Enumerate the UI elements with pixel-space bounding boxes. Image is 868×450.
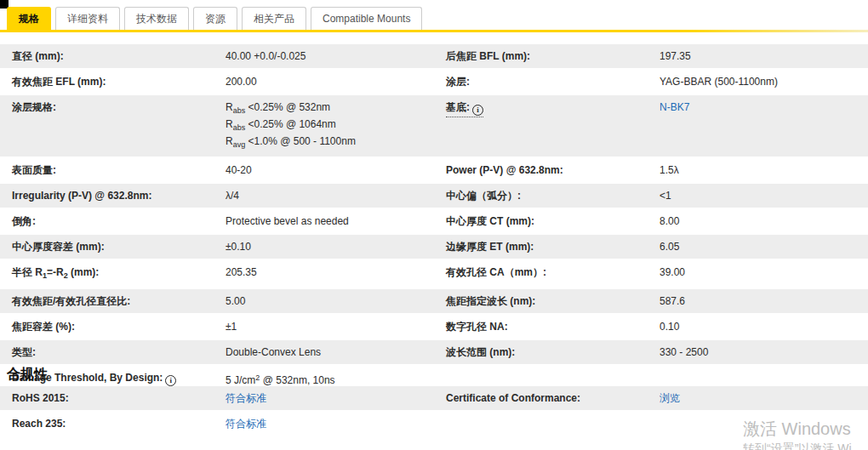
spec-label: 表面质量: <box>0 158 226 182</box>
compliance-label: RoHS 2015: <box>0 386 226 410</box>
compliance-value-empty <box>660 412 868 436</box>
spec-row: 涂层规格: Rabs <0.25% @ 532nm Rabs <0.25% @ … <box>0 95 868 157</box>
spec-label: 焦距容差 (%): <box>0 315 226 339</box>
spec-row: 倒角: Protective bevel as needed 中心厚度 CT (… <box>0 209 868 233</box>
spec-label: Irregularity (P-V) @ 632.8nm: <box>0 184 226 208</box>
spec-row: 有效焦距 EFL (mm): 200.00 涂层: YAG-BBAR (500-… <box>0 70 868 94</box>
compliance-row: Reach 235: 符合标准 <box>0 412 868 436</box>
tab-technical-data[interactable]: 技术数据 <box>124 7 189 30</box>
tab-specs[interactable]: 规格 <box>7 7 51 30</box>
coating-line: Ravg <1.0% @ 500 - 1100nm <box>226 134 429 151</box>
spec-label: 数字孔径 NA: <box>434 315 660 339</box>
spec-row: 半径 R1=-R2 (mm): 205.35 有效孔径 CA（mm）: 39.0… <box>0 260 868 288</box>
spec-value: ±0.10 <box>226 235 434 259</box>
spec-label: 边缘厚度 ET (mm): <box>434 235 660 259</box>
spec-value: 330 - 2500 <box>660 340 868 364</box>
spec-label: 有效焦距/有效孔径直径比: <box>0 289 226 313</box>
spec-label: 后焦距 BFL (mm): <box>434 44 660 68</box>
spec-label: 倒角: <box>0 209 226 233</box>
spec-label: 中心厚度 CT (mm): <box>434 209 660 233</box>
spec-label: 焦距指定波长 (nm): <box>434 289 660 313</box>
spec-label: 有效焦距 EFL (mm): <box>0 70 226 94</box>
coating-line: Rabs <0.25% @ 532nm <box>226 100 429 117</box>
spec-value: 1.5λ <box>660 158 868 182</box>
spec-table: 直径 (mm): 40.00 +0.0/-0.025 后焦距 BFL (mm):… <box>0 44 868 395</box>
compliance-value: 浏览 <box>660 386 868 410</box>
spec-row: 类型: Double-Convex Lens 波长范围 (nm): 330 - … <box>0 340 868 364</box>
spec-value: 205.35 <box>226 260 434 288</box>
coating-line: Rabs <0.25% @ 1064nm <box>226 117 429 134</box>
compliance-label: Reach 235: <box>0 412 226 436</box>
spec-value: Protective bevel as needed <box>226 209 434 233</box>
compliance-value: 符合标准 <box>226 412 434 436</box>
spec-value: 200.00 <box>226 70 434 94</box>
tab-resources[interactable]: 资源 <box>193 7 237 30</box>
spec-value: 8.00 <box>660 209 868 233</box>
info-icon[interactable]: i <box>472 105 483 116</box>
spec-label: 波长范围 (nm): <box>434 340 660 364</box>
tab-details[interactable]: 详细资料 <box>55 7 120 30</box>
compliance-label: Certificate of Conformance: <box>434 386 660 410</box>
spec-label: 中心偏（弧分）: <box>434 184 660 208</box>
spec-label: 涂层: <box>434 70 660 94</box>
spec-value: 5.00 <box>226 289 434 313</box>
spec-row: 有效焦距/有效孔径直径比: 5.00 焦距指定波长 (nm): 587.6 <box>0 289 868 313</box>
watermark-line2: 转到“设置”以激活 Wi <box>743 441 852 450</box>
spec-value: N-BK7 <box>660 95 868 157</box>
info-icon[interactable]: i <box>165 375 176 386</box>
certificate-view-link[interactable]: 浏览 <box>660 392 680 404</box>
spec-label: 类型: <box>0 340 226 364</box>
spec-value: 0.10 <box>660 315 868 339</box>
spec-label-radius: 半径 R1=-R2 (mm): <box>0 260 226 288</box>
spec-value: 40.00 +0.0/-0.025 <box>226 44 434 68</box>
substrate-link[interactable]: N-BK7 <box>660 101 689 113</box>
spec-value: ±1 <box>226 315 434 339</box>
spec-label: 中心厚度容差 (mm): <box>0 235 226 259</box>
tab-related-products[interactable]: 相关产品 <box>242 7 306 30</box>
reach-compliant-link[interactable]: 符合标准 <box>226 418 266 430</box>
spec-label: 涂层规格: <box>0 95 226 157</box>
spec-value-coating: Rabs <0.25% @ 532nm Rabs <0.25% @ 1064nm… <box>226 95 434 157</box>
spec-row: Irregularity (P-V) @ 632.8nm: λ/4 中心偏（弧分… <box>0 184 868 208</box>
spec-value: 39.00 <box>660 260 868 288</box>
rohs-compliant-link[interactable]: 符合标准 <box>226 392 266 404</box>
spec-label: Power (P-V) @ 632.8nm: <box>434 158 660 182</box>
spec-row: 焦距容差 (%): ±1 数字孔径 NA: 0.10 <box>0 315 868 339</box>
compliance-table: RoHS 2015: 符合标准 Certificate of Conforman… <box>0 386 868 437</box>
compliance-label-empty <box>434 412 660 436</box>
spec-label-substrate: 基底:i <box>434 95 660 157</box>
spec-value: 6.05 <box>660 235 868 259</box>
spec-row: 中心厚度容差 (mm): ±0.10 边缘厚度 ET (mm): 6.05 <box>0 235 868 259</box>
spec-row: 表面质量: 40-20 Power (P-V) @ 632.8nm: 1.5λ <box>0 158 868 182</box>
spec-value: 40-20 <box>226 158 434 182</box>
spec-value: λ/4 <box>226 184 434 208</box>
spec-label: 直径 (mm): <box>0 44 226 68</box>
spec-row: 直径 (mm): 40.00 +0.0/-0.025 后焦距 BFL (mm):… <box>0 44 868 68</box>
compliance-row: RoHS 2015: 符合标准 Certificate of Conforman… <box>0 386 868 410</box>
spec-value: YAG-BBAR (500-1100nm) <box>660 70 868 94</box>
spec-value: 587.6 <box>660 289 868 313</box>
product-spec-page: 规格 详细资料 技术数据 资源 相关产品 Compatible Mounts 直… <box>0 0 868 450</box>
spec-value: 197.35 <box>660 44 868 68</box>
compliance-heading: 合规性 <box>7 366 48 384</box>
spec-label: 有效孔径 CA（mm）: <box>434 260 660 288</box>
tab-compatible-mounts[interactable]: Compatible Mounts <box>311 7 422 30</box>
active-tab-underline <box>0 30 868 32</box>
compliance-value: 符合标准 <box>226 386 434 410</box>
tab-bar: 规格 详细资料 技术数据 资源 相关产品 Compatible Mounts <box>0 7 868 32</box>
spec-value: <1 <box>660 184 868 208</box>
spec-value: Double-Convex Lens <box>226 340 434 364</box>
